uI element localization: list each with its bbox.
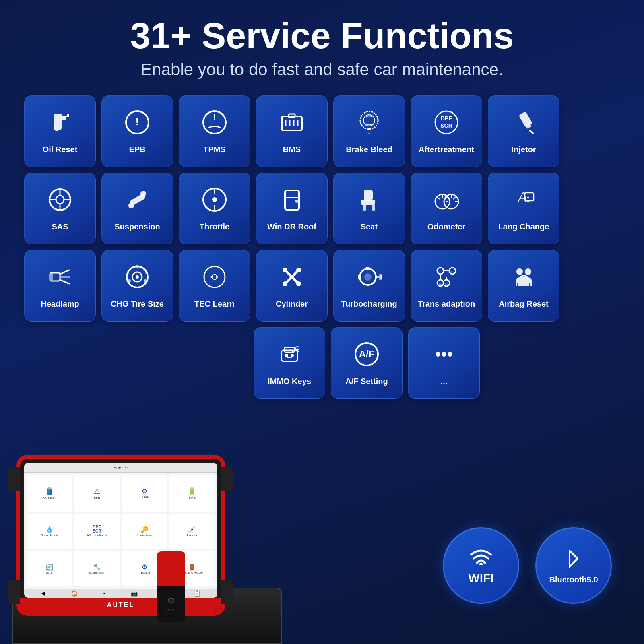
card-af-setting[interactable]: A/F A/F Setting [331, 327, 402, 399]
card-sas[interactable]: SAS [24, 173, 96, 244]
aftertreatment-label: Aftertreatment [419, 144, 474, 154]
sas-icon [46, 186, 74, 218]
immo-keys-icon [275, 340, 303, 372]
svg-point-90 [442, 352, 446, 357]
svg-rect-4 [282, 116, 302, 130]
svg-point-86 [296, 347, 299, 350]
svg-text:!: ! [135, 115, 139, 128]
card-epb[interactable]: ! EPB [101, 95, 173, 167]
card-headlamp[interactable]: Headlamp [24, 250, 96, 322]
svg-text:R: R [451, 270, 454, 274]
bms-icon [278, 108, 306, 140]
chg-tire-size-label: CHG Tire Size [111, 299, 164, 309]
grid-row-4: IMMO Keys A/F A/F Setting ... [24, 327, 620, 399]
tpms-label: TPMS [203, 144, 226, 154]
svg-point-79 [525, 268, 531, 275]
card-brake-bleed[interactable]: Brake Bleed [333, 95, 405, 167]
card-turbocharging[interactable]: Turbocharging [333, 250, 405, 322]
wifi-badge: WIFI [443, 527, 519, 604]
cylinder-label: Cylinder [276, 299, 308, 309]
svg-rect-33 [361, 200, 375, 205]
headlamp-label: Headlamp [41, 299, 79, 309]
service-grid: Oil Reset ! EPB ! TPMS [0, 83, 644, 399]
card-chg-tire-size[interactable]: CHG Tire Size [101, 250, 173, 322]
svg-text:A/F: A/F [359, 349, 375, 359]
tablet-screen-title: Service [114, 465, 128, 470]
card-tpms[interactable]: ! TPMS [179, 95, 250, 167]
oil-reset-label: Oil Reset [43, 144, 78, 154]
svg-point-55 [145, 272, 148, 274]
card-more[interactable]: ... [408, 327, 480, 399]
svg-point-91 [448, 352, 452, 357]
sub-title: Enable you to do fast and safe car maint… [24, 60, 620, 79]
grid-row-1: Oil Reset ! EPB ! TPMS [24, 95, 620, 167]
cylinder-icon [278, 263, 306, 295]
main-title: 31+ Service Functions [24, 16, 620, 56]
injector-icon [510, 108, 538, 140]
card-aftertreatment[interactable]: DPF SCR Aftertreatment [411, 95, 482, 167]
svg-point-85 [291, 354, 294, 357]
oil-reset-icon [46, 108, 74, 140]
lang-change-label: Lang Change [498, 222, 549, 231]
svg-point-54 [128, 279, 131, 283]
bluetooth-badge: Bluetooth5.0 [535, 527, 612, 604]
svg-point-92 [479, 563, 483, 565]
svg-point-84 [285, 354, 288, 357]
turbocharging-label: Turbocharging [341, 299, 397, 309]
svg-text:N: N [439, 282, 442, 286]
epb-label: EPB [129, 144, 145, 154]
tablet-cell-oil: 🛢️ Oil reset [27, 475, 72, 512]
card-injector[interactable]: Injetor [488, 95, 559, 167]
win-dr-roof-label: Win DR Roof [267, 222, 316, 231]
svg-rect-32 [364, 190, 373, 201]
tec-learn-icon [200, 263, 229, 295]
svg-point-63 [296, 268, 301, 272]
tablet-cell-immo: 🔑 Immo keys [122, 514, 167, 549]
card-win-dr-roof[interactable]: Win DR Roof [256, 173, 328, 244]
seat-label: Seat [361, 222, 378, 231]
card-cylinder[interactable]: Cylinder [256, 250, 328, 322]
tpms-icon: ! [200, 108, 229, 140]
tablet-cell-tpms: ⚙ TPMS [122, 475, 167, 512]
card-trans-adaption[interactable]: P R N D Trans adaption [411, 250, 482, 322]
card-airbag-reset[interactable]: Airbag Reset [488, 250, 559, 322]
card-lang-change[interactable]: A Lang Change [488, 173, 559, 244]
card-bms[interactable]: BMS [256, 95, 328, 167]
sas-label: SAS [52, 222, 68, 231]
odometer-icon [432, 186, 460, 218]
turbocharging-icon [355, 263, 383, 295]
throttle-label: Throttle [200, 222, 229, 231]
airbag-reset-label: Airbag Reset [499, 299, 548, 309]
svg-point-52 [136, 265, 139, 268]
brake-bleed-label: Brake Bleed [346, 144, 392, 154]
svg-text:SCR: SCR [440, 122, 452, 129]
card-odometer[interactable]: Odometer [411, 173, 482, 244]
injector-label: Injetor [511, 144, 536, 154]
grid-row-3: Headlamp CHG Tire Size [24, 250, 620, 322]
svg-point-10 [360, 111, 378, 129]
svg-rect-35 [363, 205, 366, 211]
bluetooth-icon [566, 547, 582, 572]
suspension-icon [123, 186, 151, 218]
card-seat[interactable]: Seat [333, 173, 405, 244]
card-suspension[interactable]: Suspension [101, 173, 173, 244]
svg-point-24 [128, 203, 134, 208]
wifi-icon [469, 547, 493, 568]
svg-point-18 [56, 196, 64, 204]
af-setting-label: A/F Setting [345, 376, 388, 386]
trans-adaption-label: Trans adaption [418, 299, 475, 309]
card-throttle[interactable]: Throttle [179, 173, 250, 244]
svg-point-25 [140, 191, 146, 196]
tablet-cell-bms: 🔋 BMS [169, 475, 215, 512]
airbag-reset-icon [510, 263, 538, 295]
tablet-cell-dpf: DPFSCR Aftertreatment [74, 514, 120, 549]
svg-text:DPF: DPF [441, 115, 452, 122]
card-oil-reset[interactable]: Oil Reset [24, 95, 96, 167]
card-immo-keys[interactable]: IMMO Keys [254, 327, 325, 399]
card-tec-learn[interactable]: TEC Learn [179, 250, 250, 322]
svg-point-56 [127, 272, 129, 274]
suspension-label: Suspension [114, 222, 160, 231]
svg-text:!: ! [213, 112, 216, 122]
connectivity-section: WIFI Bluetooth5.0 [262, 527, 644, 644]
tablet-cell-suspension: 🔧 Suspension [74, 551, 120, 586]
